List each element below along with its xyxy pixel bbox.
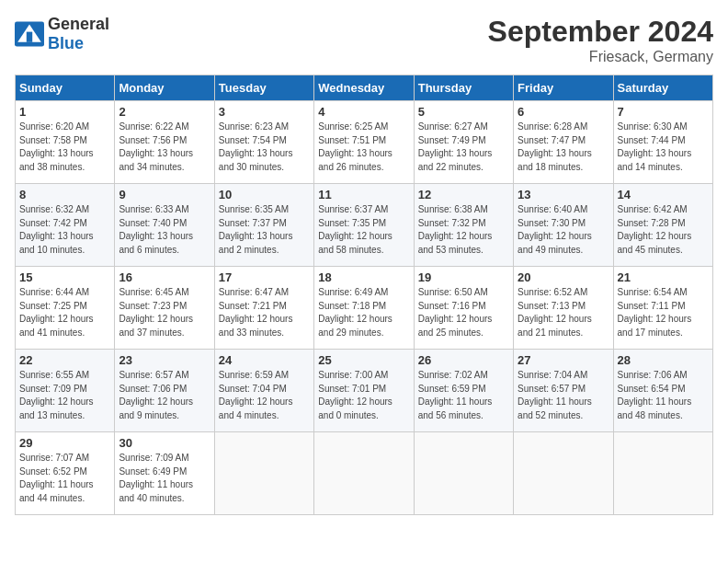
day-number: 9 xyxy=(119,188,210,201)
weekday-header-wednesday: Wednesday xyxy=(314,75,414,101)
logo: General Blue xyxy=(15,15,109,53)
cell-content: Sunrise: 6:50 AMSunset: 7:16 PMDaylight:… xyxy=(418,286,509,339)
calendar-cell: 10Sunrise: 6:35 AMSunset: 7:37 PMDayligh… xyxy=(214,184,313,267)
cell-content: Sunrise: 6:37 AMSunset: 7:35 PMDaylight:… xyxy=(318,203,409,257)
calendar-week-row: 29Sunrise: 7:07 AMSunset: 6:52 PMDayligh… xyxy=(16,432,713,515)
day-number: 13 xyxy=(518,188,609,201)
cell-content: Sunrise: 6:33 AMSunset: 7:40 PMDaylight:… xyxy=(119,203,210,257)
cell-content: Sunrise: 7:00 AMSunset: 7:01 PMDaylight:… xyxy=(318,369,409,422)
cell-content: Sunrise: 6:45 AMSunset: 7:23 PMDaylight:… xyxy=(119,286,210,339)
location-title: Friesack, Germany xyxy=(488,49,713,65)
cell-content: Sunrise: 6:44 AMSunset: 7:25 PMDaylight:… xyxy=(19,286,110,339)
day-number: 19 xyxy=(418,270,509,284)
day-number: 3 xyxy=(219,105,310,119)
cell-content: Sunrise: 6:49 AMSunset: 7:18 PMDaylight:… xyxy=(318,286,409,339)
calendar-cell: 25Sunrise: 7:00 AMSunset: 7:01 PMDayligh… xyxy=(314,350,414,432)
page-header: General Blue September 2024 Friesack, Ge… xyxy=(15,15,713,65)
calendar-cell: 19Sunrise: 6:50 AMSunset: 7:16 PMDayligh… xyxy=(414,267,513,350)
calendar-week-row: 8Sunrise: 6:32 AMSunset: 7:42 PMDaylight… xyxy=(16,184,713,267)
weekday-header-friday: Friday xyxy=(514,75,613,101)
calendar-cell: 7Sunrise: 6:30 AMSunset: 7:44 PMDaylight… xyxy=(613,101,712,184)
weekday-header-saturday: Saturday xyxy=(613,75,712,101)
cell-content: Sunrise: 6:32 AMSunset: 7:42 PMDaylight:… xyxy=(19,203,110,257)
calendar-cell: 13Sunrise: 6:40 AMSunset: 7:30 PMDayligh… xyxy=(514,184,613,267)
cell-content: Sunrise: 6:40 AMSunset: 7:30 PMDaylight:… xyxy=(518,203,609,257)
cell-content: Sunrise: 6:52 AMSunset: 7:13 PMDaylight:… xyxy=(518,286,609,339)
calendar-cell: 9Sunrise: 6:33 AMSunset: 7:40 PMDaylight… xyxy=(115,184,214,267)
svg-rect-2 xyxy=(27,32,32,42)
calendar-cell: 1Sunrise: 6:20 AMSunset: 7:58 PMDaylight… xyxy=(16,101,115,184)
calendar-cell: 11Sunrise: 6:37 AMSunset: 7:35 PMDayligh… xyxy=(314,184,414,267)
day-number: 24 xyxy=(219,353,310,367)
cell-content: Sunrise: 7:09 AMSunset: 6:49 PMDaylight:… xyxy=(119,452,210,505)
day-number: 8 xyxy=(19,188,110,201)
calendar-cell: 12Sunrise: 6:38 AMSunset: 7:32 PMDayligh… xyxy=(414,184,513,267)
day-number: 2 xyxy=(119,105,210,119)
day-number: 10 xyxy=(219,188,310,201)
cell-content: Sunrise: 7:02 AMSunset: 6:59 PMDaylight:… xyxy=(418,369,509,422)
calendar-cell: 28Sunrise: 7:06 AMSunset: 6:54 PMDayligh… xyxy=(613,350,712,432)
cell-content: Sunrise: 6:23 AMSunset: 7:54 PMDaylight:… xyxy=(219,121,310,174)
cell-content: Sunrise: 6:38 AMSunset: 7:32 PMDaylight:… xyxy=(418,203,509,257)
cell-content: Sunrise: 7:04 AMSunset: 6:57 PMDaylight:… xyxy=(518,369,609,422)
calendar-cell: 15Sunrise: 6:44 AMSunset: 7:25 PMDayligh… xyxy=(16,267,115,350)
calendar-cell: 6Sunrise: 6:28 AMSunset: 7:47 PMDaylight… xyxy=(514,101,613,184)
day-number: 28 xyxy=(618,353,709,367)
calendar-cell: 16Sunrise: 6:45 AMSunset: 7:23 PMDayligh… xyxy=(115,267,214,350)
cell-content: Sunrise: 6:54 AMSunset: 7:11 PMDaylight:… xyxy=(618,286,709,339)
cell-content: Sunrise: 6:22 AMSunset: 7:56 PMDaylight:… xyxy=(119,121,210,174)
calendar-table: SundayMondayTuesdayWednesdayThursdayFrid… xyxy=(15,75,713,515)
weekday-header-tuesday: Tuesday xyxy=(214,75,313,101)
cell-content: Sunrise: 6:35 AMSunset: 7:37 PMDaylight:… xyxy=(219,203,310,257)
calendar-cell: 2Sunrise: 6:22 AMSunset: 7:56 PMDaylight… xyxy=(115,101,214,184)
cell-content: Sunrise: 6:55 AMSunset: 7:09 PMDaylight:… xyxy=(19,369,110,422)
calendar-cell: 14Sunrise: 6:42 AMSunset: 7:28 PMDayligh… xyxy=(613,184,712,267)
logo-text: General Blue xyxy=(48,15,109,53)
day-number: 17 xyxy=(219,270,310,284)
calendar-cell: 24Sunrise: 6:59 AMSunset: 7:04 PMDayligh… xyxy=(214,350,313,432)
day-number: 7 xyxy=(618,105,709,119)
day-number: 5 xyxy=(418,105,509,119)
calendar-cell: 4Sunrise: 6:25 AMSunset: 7:51 PMDaylight… xyxy=(314,101,414,184)
logo-icon xyxy=(15,21,44,47)
calendar-week-row: 22Sunrise: 6:55 AMSunset: 7:09 PMDayligh… xyxy=(16,350,713,432)
weekday-header-row: SundayMondayTuesdayWednesdayThursdayFrid… xyxy=(16,75,713,101)
cell-content: Sunrise: 6:27 AMSunset: 7:49 PMDaylight:… xyxy=(418,121,509,174)
day-number: 6 xyxy=(518,105,609,119)
day-number: 29 xyxy=(19,436,110,450)
day-number: 23 xyxy=(119,353,210,367)
calendar-cell xyxy=(414,432,513,515)
day-number: 21 xyxy=(618,270,709,284)
day-number: 11 xyxy=(318,188,409,201)
calendar-cell: 23Sunrise: 6:57 AMSunset: 7:06 PMDayligh… xyxy=(115,350,214,432)
calendar-cell xyxy=(314,432,414,515)
day-number: 12 xyxy=(418,188,509,201)
cell-content: Sunrise: 6:57 AMSunset: 7:06 PMDaylight:… xyxy=(119,369,210,422)
cell-content: Sunrise: 6:20 AMSunset: 7:58 PMDaylight:… xyxy=(19,121,110,174)
calendar-cell: 17Sunrise: 6:47 AMSunset: 7:21 PMDayligh… xyxy=(214,267,313,350)
calendar-cell xyxy=(613,432,712,515)
cell-content: Sunrise: 6:30 AMSunset: 7:44 PMDaylight:… xyxy=(618,121,709,174)
calendar-cell: 3Sunrise: 6:23 AMSunset: 7:54 PMDaylight… xyxy=(214,101,313,184)
calendar-week-row: 15Sunrise: 6:44 AMSunset: 7:25 PMDayligh… xyxy=(16,267,713,350)
day-number: 20 xyxy=(518,270,609,284)
calendar-week-row: 1Sunrise: 6:20 AMSunset: 7:58 PMDaylight… xyxy=(16,101,713,184)
day-number: 15 xyxy=(19,270,110,284)
calendar-cell: 21Sunrise: 6:54 AMSunset: 7:11 PMDayligh… xyxy=(613,267,712,350)
cell-content: Sunrise: 6:42 AMSunset: 7:28 PMDaylight:… xyxy=(618,203,709,257)
calendar-cell: 22Sunrise: 6:55 AMSunset: 7:09 PMDayligh… xyxy=(16,350,115,432)
calendar-cell xyxy=(514,432,613,515)
month-title: September 2024 xyxy=(488,15,713,49)
calendar-cell: 29Sunrise: 7:07 AMSunset: 6:52 PMDayligh… xyxy=(16,432,115,515)
day-number: 1 xyxy=(19,105,110,119)
calendar-cell: 27Sunrise: 7:04 AMSunset: 6:57 PMDayligh… xyxy=(514,350,613,432)
calendar-cell: 26Sunrise: 7:02 AMSunset: 6:59 PMDayligh… xyxy=(414,350,513,432)
calendar-cell: 5Sunrise: 6:27 AMSunset: 7:49 PMDaylight… xyxy=(414,101,513,184)
calendar-cell: 8Sunrise: 6:32 AMSunset: 7:42 PMDaylight… xyxy=(16,184,115,267)
day-number: 22 xyxy=(19,353,110,367)
cell-content: Sunrise: 6:59 AMSunset: 7:04 PMDaylight:… xyxy=(219,369,310,422)
day-number: 4 xyxy=(318,105,409,119)
day-number: 30 xyxy=(119,436,210,450)
title-area: September 2024 Friesack, Germany xyxy=(488,15,713,65)
day-number: 16 xyxy=(119,270,210,284)
